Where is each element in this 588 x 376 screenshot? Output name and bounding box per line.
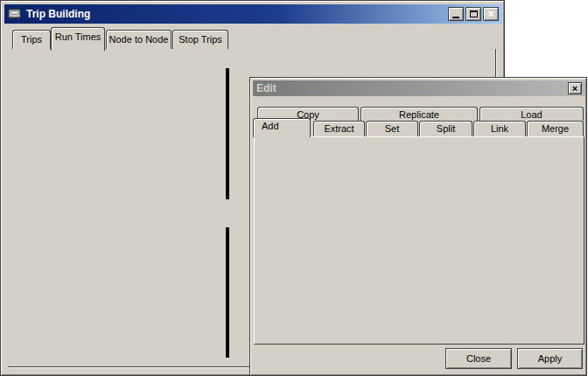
tab-trips[interactable]: Trips [12,30,51,50]
grid-divider [226,227,229,358]
window-title: Trip Building [26,8,90,20]
close-dialog-button[interactable]: Close [445,348,512,369]
tab-node-to-node[interactable]: Node to Node [106,30,172,50]
app-icon [8,8,22,20]
apply-button[interactable]: Apply [517,348,583,369]
tab-split[interactable]: Split [419,121,472,136]
desktop: { "window": { "title": "Trip Building", … [0,0,588,376]
add-tab-page [254,136,584,345]
tab-replicate[interactable]: Replicate [360,107,478,121]
close-button[interactable]: × [483,7,499,21]
tab-merge[interactable]: Merge [527,121,584,136]
dialog-close-button[interactable]: × [568,82,582,94]
tab-set[interactable]: Set [366,121,418,136]
title-bar[interactable]: Trip Building × [4,4,502,24]
tab-link[interactable]: Link [473,121,526,136]
tab-extract[interactable]: Extract [313,121,365,136]
edit-dialog: Edit × Copy Replicate Load Add Extract S… [249,77,587,376]
minimize-icon [452,17,459,18]
maximize-icon [470,10,478,17]
edit-title-bar[interactable]: Edit [253,80,585,96]
close-icon: × [572,84,578,93]
tab-add[interactable]: Add [253,118,311,137]
tab-stop-trips[interactable]: Stop Trips [172,30,228,50]
maximize-button[interactable] [466,7,481,21]
dialog-title: Edit [256,82,276,94]
minimize-button[interactable] [448,7,464,21]
tab-run-times[interactable]: Run Times [51,27,105,51]
tab-load[interactable]: Load [480,107,584,121]
grid-divider [226,68,229,199]
close-icon: × [487,9,494,19]
